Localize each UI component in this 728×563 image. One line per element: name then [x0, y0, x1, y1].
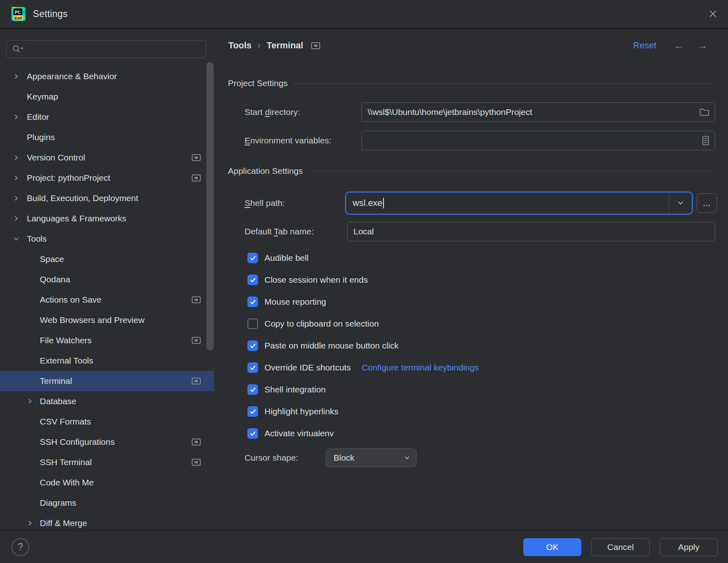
variables-list-icon[interactable] — [702, 135, 710, 146]
chevron-right-icon[interactable] — [27, 520, 33, 526]
cancel-button[interactable]: Cancel — [592, 538, 650, 556]
browse-shell-path-button[interactable]: ... — [697, 193, 717, 213]
ok-button[interactable]: OK — [523, 538, 581, 556]
sidebar-item-label: Diff & Merge — [40, 518, 87, 528]
cursor-shape-select[interactable]: Block — [326, 448, 416, 467]
sidebar-item-label: CSV Formats — [40, 417, 91, 427]
chevron-right-icon[interactable] — [27, 398, 33, 404]
checkbox-override-ide-shortcuts[interactable] — [247, 362, 258, 373]
sidebar-item-space[interactable]: Space — [0, 249, 214, 269]
chevron-right-icon[interactable] — [13, 216, 19, 221]
environment-variables-input[interactable] — [362, 131, 715, 150]
sidebar-item-diagrams[interactable]: Diagrams — [0, 493, 214, 513]
chevron-right-icon[interactable] — [13, 195, 19, 201]
back-arrow-icon[interactable]: ← — [674, 40, 685, 51]
sidebar-item-qodana[interactable]: Qodana — [0, 269, 214, 290]
titlebar: PC EAP Settings — [0, 0, 728, 29]
sidebar-item-version-control[interactable]: Version Control — [0, 147, 214, 168]
checkbox-row-mouse-reporting[interactable]: Mouse reporting — [214, 291, 728, 313]
cursor-shape-value: Block — [334, 453, 354, 463]
checkbox-label: Shell integration — [264, 385, 326, 394]
sidebar-item-ssh-terminal[interactable]: SSH Terminal — [0, 452, 214, 472]
sidebar-item-label: Build, Execution, Deployment — [27, 193, 138, 203]
environment-variables-label: Environment variables: — [245, 136, 332, 145]
section-title: Application Settings — [228, 166, 303, 176]
checkbox-row-copy-to-clipboard-on-selection[interactable]: Copy to clipboard on selection — [214, 313, 728, 335]
chevron-right-icon[interactable] — [13, 175, 19, 181]
chevron-right-icon[interactable] — [13, 114, 19, 120]
checkbox-label: Copy to clipboard on selection — [264, 319, 379, 329]
checkbox-close-session-when-it-ends[interactable] — [247, 275, 258, 285]
checkbox-row-shell-integration[interactable]: Shell integration — [214, 379, 728, 401]
sidebar-item-diff-merge[interactable]: Diff & Merge — [0, 513, 214, 530]
sidebar-item-project-pythonproject[interactable]: Project: pythonProject — [0, 168, 214, 188]
sidebar-item-label: SSH Terminal — [40, 457, 92, 467]
sidebar-item-web-browsers-and-preview[interactable]: Web Browsers and Preview — [0, 310, 214, 330]
sidebar-item-label: Diagrams — [40, 498, 76, 508]
chevron-right-icon[interactable] — [13, 155, 19, 160]
shell-path-combobox[interactable]: wsl.exe — [345, 192, 693, 214]
sidebar-item-terminal[interactable]: Terminal — [0, 371, 214, 391]
settings-content: Tools › Terminal Reset ← → Project Setti… — [214, 29, 728, 530]
checkbox-shell-integration[interactable] — [247, 384, 258, 395]
default-tab-name-input[interactable]: Local — [347, 222, 715, 241]
forward-arrow-icon[interactable]: → — [697, 40, 708, 51]
checkbox-row-audible-bell[interactable]: Audible bell — [214, 247, 728, 269]
sidebar-item-csv-formats[interactable]: CSV Formats — [0, 411, 214, 432]
modified-settings-icon — [192, 378, 201, 385]
modified-settings-icon — [192, 439, 201, 446]
checkbox-label: Paste on middle mouse button click — [264, 341, 399, 351]
help-button[interactable]: ? — [11, 538, 29, 556]
sidebar-item-appearance-behavior[interactable]: Appearance & Behavior — [0, 66, 214, 87]
breadcrumb-tools[interactable]: Tools — [228, 40, 251, 51]
reset-link[interactable]: Reset — [633, 40, 656, 51]
folder-icon[interactable] — [699, 108, 710, 117]
checkbox-row-activate-virtualenv[interactable]: Activate virtualenv — [214, 422, 728, 444]
sidebar-item-plugins[interactable]: Plugins — [0, 127, 214, 147]
checkbox-highlight-hyperlinks[interactable] — [247, 406, 258, 417]
sidebar-item-label: Plugins — [27, 132, 55, 142]
sidebar-item-ssh-configurations[interactable]: SSH Configurations — [0, 432, 214, 452]
sidebar-item-actions-on-save[interactable]: Actions on Save — [0, 290, 214, 310]
text-caret — [383, 198, 384, 208]
checkbox-mouse-reporting[interactable] — [247, 297, 258, 307]
checkbox-label: Mouse reporting — [264, 297, 326, 307]
checkbox-label: Close session when it ends — [264, 275, 368, 285]
chevron-down-icon[interactable] — [13, 236, 19, 242]
checkbox-activate-virtualenv[interactable] — [247, 428, 258, 439]
sidebar-item-label: Qodana — [40, 275, 70, 284]
checkbox-copy-to-clipboard-on-selection[interactable] — [247, 318, 258, 329]
sidebar-item-label: Languages & Frameworks — [27, 214, 126, 223]
checkbox-audible-bell[interactable] — [247, 253, 258, 263]
checkbox-row-highlight-hyperlinks[interactable]: Highlight hyperlinks — [214, 401, 728, 422]
apply-button[interactable]: Apply — [660, 538, 718, 556]
configure-terminal-keybindings-link[interactable]: Configure terminal keybindings — [362, 363, 479, 372]
checkbox-row-paste-on-middle-mouse-button-click[interactable]: Paste on middle mouse button click — [214, 335, 728, 357]
sidebar-item-code-with-me[interactable]: Code With Me — [0, 472, 214, 493]
chevron-right-icon[interactable] — [13, 74, 19, 79]
start-directory-input[interactable]: \\wsl$\Ubuntu\home\jetbrains\pythonProje… — [362, 102, 715, 122]
sidebar-item-label: Code With Me — [40, 478, 94, 487]
sidebar-item-editor[interactable]: Editor — [0, 107, 214, 127]
sidebar-item-build-execution-deployment[interactable]: Build, Execution, Deployment — [0, 188, 214, 208]
settings-sidebar: Appearance & BehaviorKeymapEditorPlugins… — [0, 29, 214, 530]
sidebar-item-keymap[interactable]: Keymap — [0, 87, 214, 107]
checkbox-row-close-session-when-it-ends[interactable]: Close session when it ends — [214, 269, 728, 291]
settings-tree: Appearance & BehaviorKeymapEditorPlugins… — [0, 66, 214, 530]
start-directory-label: Start directory: — [245, 107, 300, 117]
checkbox-row-override-ide-shortcuts[interactable]: Override IDE shortcutsConfigure terminal… — [214, 357, 728, 379]
search-icon — [12, 44, 25, 54]
search-input[interactable] — [6, 40, 206, 58]
default-tab-name-row: Default Tab name: Local — [214, 222, 728, 241]
environment-variables-row: Environment variables: — [214, 131, 728, 150]
sidebar-item-database[interactable]: Database — [0, 391, 214, 411]
close-icon[interactable] — [707, 8, 719, 20]
sidebar-scrollbar-thumb[interactable] — [206, 62, 214, 351]
sidebar-item-external-tools[interactable]: External Tools — [0, 351, 214, 371]
chevron-down-icon — [404, 455, 410, 461]
shell-path-dropdown-button[interactable] — [669, 193, 692, 214]
checkbox-paste-on-middle-mouse-button-click[interactable] — [247, 340, 258, 351]
sidebar-item-languages-frameworks[interactable]: Languages & Frameworks — [0, 208, 214, 229]
sidebar-item-file-watchers[interactable]: File Watchers — [0, 330, 214, 351]
sidebar-item-tools[interactable]: Tools — [0, 229, 214, 249]
